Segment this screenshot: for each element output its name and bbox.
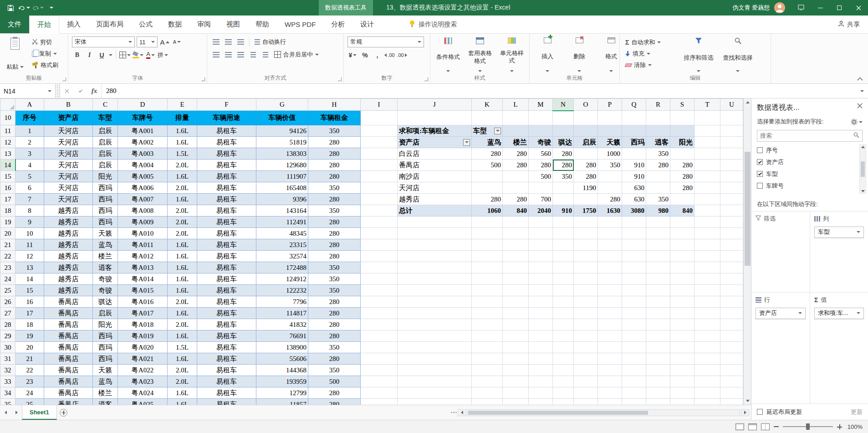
cell-C34[interactable]: 楼兰 <box>93 387 118 399</box>
cell-B11[interactable]: 天河店 <box>44 125 93 137</box>
borders-icon[interactable] <box>119 50 131 60</box>
cell-S12[interactable]: 阳光 <box>670 137 694 148</box>
cell-C29[interactable]: 西玛 <box>93 330 118 342</box>
cell-U13[interactable] <box>720 148 743 160</box>
cell-S19[interactable] <box>670 216 694 228</box>
cell-N23[interactable] <box>553 262 574 273</box>
cell-A15[interactable]: 5 <box>15 171 44 182</box>
cell-C18[interactable]: 西玛 <box>93 205 118 216</box>
cell-E21[interactable]: 1.6L <box>168 239 197 251</box>
cell-O16[interactable]: 1190 <box>574 182 598 194</box>
cell-I25[interactable] <box>361 285 398 296</box>
vertical-scroll-thumb[interactable] <box>745 152 751 266</box>
cell-N16[interactable] <box>553 182 574 194</box>
cell-A29[interactable]: 19 <box>15 330 44 342</box>
column-header-I[interactable]: I <box>361 99 398 111</box>
cell-M35[interactable] <box>529 399 553 405</box>
cell-D16[interactable]: 粤A006 <box>118 182 168 194</box>
cell-R27[interactable] <box>646 308 670 319</box>
cell-F29[interactable]: 易租车 <box>197 330 256 342</box>
phonetic-guide-icon[interactable]: 拼 <box>158 50 168 60</box>
cell-K17[interactable]: 280 <box>472 194 503 205</box>
cell-H28[interactable]: 280 <box>308 319 361 330</box>
cell-E26[interactable]: 2.0L <box>168 296 197 308</box>
cell-E25[interactable]: 1.6L <box>168 285 197 296</box>
cell-R14[interactable]: 280 <box>646 160 670 171</box>
cell-R31[interactable] <box>646 353 670 365</box>
cell-B30[interactable]: 番禺店 <box>44 342 93 353</box>
cell-O25[interactable] <box>574 285 598 296</box>
row-header-15[interactable]: 15 <box>0 171 15 182</box>
cell-I33[interactable] <box>361 376 398 387</box>
ribbon-display-options-icon[interactable] <box>791 0 811 15</box>
format-painter-button[interactable]: 格式刷 <box>30 60 60 70</box>
cell-F25[interactable]: 易租车 <box>197 285 256 296</box>
cell-O12[interactable]: 启辰 <box>574 137 598 148</box>
gear-icon[interactable] <box>851 117 863 126</box>
cell-C26[interactable]: 骐达 <box>93 296 118 308</box>
formula-input[interactable]: 280 <box>101 84 856 98</box>
cell-U10[interactable] <box>720 111 743 125</box>
cell-K20[interactable] <box>472 228 503 239</box>
cell-F24[interactable]: 易租车 <box>197 273 256 285</box>
cell-O10[interactable] <box>574 111 598 125</box>
cell-F33[interactable]: 易租车 <box>197 376 256 387</box>
table-header-车辆用途[interactable]: 车辆用途 <box>197 111 256 125</box>
cell-I20[interactable] <box>361 228 398 239</box>
cell-E35[interactable]: 1.6L <box>168 399 197 405</box>
cell-O32[interactable] <box>574 365 598 376</box>
row-header-35[interactable]: 35 <box>0 399 15 405</box>
cell-A14[interactable]: 4 <box>15 160 44 171</box>
contextual-tab-label[interactable]: 数据透视表工具 <box>319 0 373 15</box>
cell-H18[interactable]: 350 <box>308 205 361 216</box>
autosum-button[interactable]: Σ 自动求和 <box>623 37 677 47</box>
align-right-icon[interactable] <box>235 49 246 60</box>
align-center-icon[interactable] <box>223 49 234 60</box>
cell-J28[interactable] <box>398 319 472 330</box>
cell-C14[interactable]: 启辰 <box>93 160 118 171</box>
redo-icon[interactable] <box>32 2 44 14</box>
cell-C23[interactable]: 逍客 <box>93 262 118 273</box>
cell-Q16[interactable]: 630 <box>622 182 646 194</box>
add-sheet-button[interactable] <box>57 409 71 417</box>
cell-T18[interactable] <box>694 205 720 216</box>
cell-F20[interactable]: 易租车 <box>197 228 256 239</box>
cell-O20[interactable] <box>574 228 598 239</box>
cell-C19[interactable]: 西玛 <box>93 216 118 228</box>
column-header-Q[interactable]: Q <box>622 99 646 111</box>
cell-I22[interactable] <box>361 251 398 262</box>
field-item-车牌号[interactable]: 车牌号 <box>757 180 858 192</box>
name-box[interactable]: N14 <box>0 84 56 98</box>
page-break-view-icon[interactable] <box>761 423 770 430</box>
formula-bar-expand-icon[interactable] <box>856 84 868 98</box>
cell-J29[interactable] <box>398 330 472 342</box>
hscroll-right-icon[interactable] <box>741 409 749 416</box>
cell-Q23[interactable] <box>622 262 646 273</box>
cell-Q34[interactable] <box>622 387 646 399</box>
cell-T25[interactable] <box>694 285 720 296</box>
hscroll-left-icon[interactable] <box>458 409 466 416</box>
cell-D25[interactable]: 粤A015 <box>118 285 168 296</box>
cell-B23[interactable]: 越秀店 <box>44 262 93 273</box>
column-header-M[interactable]: M <box>529 99 553 111</box>
cell-R11[interactable] <box>646 125 670 137</box>
column-header-R[interactable]: R <box>646 99 670 111</box>
cell-G23[interactable]: 172488 <box>256 262 308 273</box>
cell-G22[interactable]: 32574 <box>256 251 308 262</box>
row-header-28[interactable]: 28 <box>0 319 15 330</box>
cell-R32[interactable] <box>646 365 670 376</box>
cell-R25[interactable] <box>646 285 670 296</box>
cell-G13[interactable]: 138303 <box>256 148 308 160</box>
collapse-ribbon-icon[interactable] <box>857 77 863 81</box>
cell-P31[interactable] <box>598 353 622 365</box>
cell-H23[interactable]: 350 <box>308 262 361 273</box>
cell-L13[interactable]: 280 <box>503 148 529 160</box>
checkbox-车牌号[interactable] <box>757 183 763 189</box>
horizontal-scrollbar[interactable] <box>467 409 740 416</box>
cell-R33[interactable] <box>646 376 670 387</box>
cell-L15[interactable] <box>503 171 529 182</box>
column-header-B[interactable]: B <box>44 99 93 111</box>
cell-M13[interactable]: 560 <box>529 148 553 160</box>
cell-S34[interactable] <box>670 387 694 399</box>
cell-N18[interactable]: 910 <box>553 205 574 216</box>
